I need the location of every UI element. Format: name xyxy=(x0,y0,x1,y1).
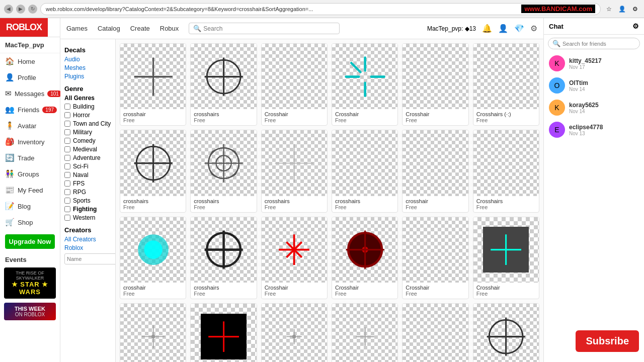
grid-item[interactable]: crosshairs Free xyxy=(190,130,257,212)
refresh-button[interactable]: ↻ xyxy=(28,5,37,14)
create-nav[interactable]: Create xyxy=(130,25,150,32)
chat-friend-koray5625[interactable]: K koray5625 Nov 14 xyxy=(544,97,644,119)
grid-item[interactable]: Crosshair Free xyxy=(402,303,468,362)
genre-checkbox[interactable] xyxy=(64,172,70,178)
games-nav[interactable]: Games xyxy=(66,25,88,32)
genre-checkbox[interactable] xyxy=(64,155,70,161)
grid-item[interactable]: crosshair Free xyxy=(120,303,186,362)
chat-search-input[interactable] xyxy=(562,41,635,47)
grid-item[interactable]: Crosshair Free xyxy=(261,43,328,126)
genre-item-all-genres[interactable]: All Genres xyxy=(64,95,111,102)
roblox-creator-link[interactable]: Roblox xyxy=(64,244,111,251)
upgrade-now-button[interactable]: Upgrade Now xyxy=(5,234,55,249)
all-creators-link[interactable]: All Creators xyxy=(64,236,111,243)
grid-item[interactable]: Crosshair Free xyxy=(332,43,398,126)
chat-friend-kitty_45217[interactable]: K kitty_45217 Nov 17 xyxy=(544,52,644,74)
robux-icon[interactable]: 💎 xyxy=(514,24,524,33)
grid-item[interactable]: crosshairs Free xyxy=(261,130,328,212)
grid-item[interactable]: Crosshairs Free xyxy=(473,130,539,212)
genre-checkbox[interactable] xyxy=(64,180,70,187)
decal-link-audio[interactable]: Audio xyxy=(64,56,111,63)
sidebar-item-groups[interactable]: 👫Groups xyxy=(0,166,60,182)
genre-item-fighting[interactable]: Fighting xyxy=(64,206,111,213)
decal-link-meshes[interactable]: Meshes xyxy=(64,64,111,71)
sidebar-item-friends[interactable]: 👥Friends197 xyxy=(0,102,60,118)
genre-checkbox[interactable] xyxy=(64,163,70,169)
genre-item-naval[interactable]: Naval xyxy=(64,171,111,178)
sidebar-item-profile[interactable]: 👤Profile xyxy=(0,69,60,85)
grid-item[interactable]: crosshair Free xyxy=(120,217,186,299)
sidebar-item-inventory[interactable]: 🎒Inventory xyxy=(0,134,60,150)
star-icon[interactable]: ☆ xyxy=(604,4,614,14)
grid-item[interactable]: crosshairs Free xyxy=(190,217,257,299)
genre-item-building[interactable]: Building xyxy=(64,103,111,110)
creators-name-input[interactable] xyxy=(64,253,116,264)
star-wars-event-banner[interactable]: THE RISE OF SKYWALKER ★ STAR ★ WARS xyxy=(4,267,56,299)
grid-item[interactable]: Crosshairs Free xyxy=(332,303,398,362)
chat-search-box[interactable]: 🔍 xyxy=(548,38,640,49)
chat-settings-icon[interactable]: ⚙ xyxy=(632,22,639,30)
catalog-nav[interactable]: Catalog xyxy=(98,25,120,32)
subscribe-button[interactable]: Subsribe xyxy=(576,330,639,352)
sidebar-item-trade[interactable]: 🔄Trade xyxy=(0,150,60,166)
grid-item[interactable]: crosshairs Free xyxy=(190,43,257,126)
chat-friend-eclipse4778[interactable]: E eclipse4778 Nov 13 xyxy=(544,119,644,141)
genre-checkbox[interactable] xyxy=(64,146,70,152)
sidebar-item-home[interactable]: 🏠Home xyxy=(0,53,60,69)
chat-friend-olttim[interactable]: O OlTtim Nov 14 xyxy=(544,74,644,97)
sidebar-item-blog[interactable]: 📝Blog xyxy=(0,198,60,214)
grid-item[interactable]: crosshair Free xyxy=(120,43,186,126)
url-bar[interactable]: web.roblox.com/develop/library?CatalogCo… xyxy=(40,3,601,15)
genre-item-sci-fi[interactable]: Sci-Fi xyxy=(64,163,111,170)
grid-item[interactable]: Crosshairs (·:) Free xyxy=(473,43,539,126)
genre-item-fps[interactable]: FPS xyxy=(64,180,111,187)
profile-icon[interactable]: 👤 xyxy=(617,4,627,14)
forward-button[interactable]: ▶ xyxy=(16,5,25,14)
genre-item-western[interactable]: Western xyxy=(64,214,111,221)
sidebar-item-my-feed[interactable]: 📰My Feed xyxy=(0,182,60,198)
genre-item-military[interactable]: Military xyxy=(64,129,111,136)
sidebar-item-avatar[interactable]: 🧍Avatar xyxy=(0,118,60,134)
this-week-event-banner[interactable]: THIS WEEK ON ROBLOX xyxy=(4,303,56,320)
robux-nav[interactable]: Robux xyxy=(160,25,179,32)
sidebar-item-messages[interactable]: ✉Messages101 xyxy=(0,85,60,102)
genre-item-rpg[interactable]: RPG xyxy=(64,189,111,196)
genre-checkbox[interactable] xyxy=(64,138,70,144)
genre-checkbox[interactable] xyxy=(64,112,70,118)
genre-item-town-and-city[interactable]: Town and City xyxy=(64,120,111,127)
decal-link-plugins[interactable]: Plugins xyxy=(64,73,111,80)
grid-item[interactable]: Crosshairs Free xyxy=(473,303,539,362)
settings-gear-icon[interactable]: ⚙ xyxy=(530,24,537,33)
settings-icon[interactable]: ⚙ xyxy=(630,4,640,14)
search-box[interactable]: 🔍 xyxy=(189,23,340,34)
grid-item[interactable]: Crosshair Free xyxy=(261,303,328,362)
back-button[interactable]: ◀ xyxy=(4,5,13,14)
roblox-logo[interactable]: ROBLOX xyxy=(0,18,48,37)
genre-checkbox[interactable] xyxy=(64,198,70,204)
grid-item[interactable]: Crosshair Free xyxy=(332,217,398,299)
genre-checkbox[interactable] xyxy=(64,121,70,127)
grid-item[interactable]: crosshairs Free xyxy=(332,130,398,212)
genre-checkbox[interactable] xyxy=(64,206,70,212)
notification-icon[interactable]: 🔔 xyxy=(482,24,492,33)
genre-item-medieval[interactable]: Medieval xyxy=(64,146,111,153)
search-input[interactable] xyxy=(203,25,335,32)
genre-checkbox[interactable] xyxy=(64,189,70,195)
grid-item[interactable]: crosshairs Free xyxy=(120,130,186,212)
grid-item[interactable]: Crosshair Free xyxy=(261,217,328,299)
genre-item-sports[interactable]: Sports xyxy=(64,197,111,204)
sidebar-item-shop[interactable]: 🛒Shop xyxy=(0,214,60,230)
grid-item[interactable]: Crosshair Free xyxy=(402,217,468,299)
genre-item-adventure[interactable]: Adventure xyxy=(64,154,111,161)
grid-item[interactable]: Crosshair Free xyxy=(190,303,257,362)
genre-checkbox[interactable] xyxy=(64,215,70,221)
grid-item[interactable]: Crosshair Free xyxy=(402,43,468,126)
item-price: Free xyxy=(406,204,465,210)
grid-item[interactable]: crosshair Free xyxy=(402,130,468,212)
genre-checkbox[interactable] xyxy=(64,129,70,135)
genre-item-comedy[interactable]: Comedy xyxy=(64,137,111,144)
genre-item-horror[interactable]: Horror xyxy=(64,112,111,119)
genre-checkbox[interactable] xyxy=(64,104,70,110)
grid-item[interactable]: Crosshair Free xyxy=(473,217,539,299)
profile-avatar-icon[interactable]: 👤 xyxy=(498,24,508,33)
